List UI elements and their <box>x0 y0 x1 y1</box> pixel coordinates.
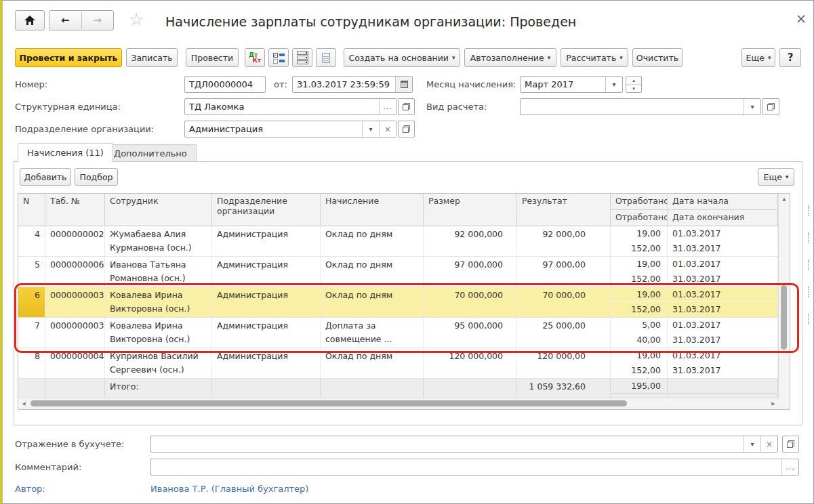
structural-unit-open-button[interactable] <box>398 98 415 115</box>
col-header-worked-days[interactable]: Отработано д... <box>611 194 668 210</box>
col-header-department[interactable]: Подразделение организации <box>212 194 321 226</box>
date-from-label: от: <box>274 76 287 93</box>
vertical-scrollbar[interactable]: ▲ ▼ <box>778 194 790 405</box>
comment-input[interactable] <box>151 459 781 475</box>
author-label: Автор: <box>15 480 45 497</box>
col-header-employee[interactable]: Сотрудник <box>105 194 212 226</box>
structural-unit-field-wrap: ... <box>184 98 396 115</box>
calculate-button[interactable]: Рассчитать ▾ <box>561 48 628 67</box>
post-and-close-button[interactable]: Провести и закрыть <box>15 48 122 67</box>
horizontal-scroll-thumb[interactable] <box>30 400 627 406</box>
accounting-input[interactable] <box>151 436 744 452</box>
close-icon[interactable]: × <box>793 10 809 26</box>
department-label: Подразделение организации: <box>15 121 154 138</box>
tab-accruals[interactable]: Начисления (11) <box>18 143 113 162</box>
table-row[interactable]: 7 0000000003 Ковалева Ирина Викторовна (… <box>18 318 778 348</box>
forward-icon[interactable]: → <box>82 12 114 29</box>
author-value[interactable]: Иванова Т.Р. (Главный бухгалтер) <box>150 480 308 497</box>
table-more-label: Еще <box>764 172 782 182</box>
accounting-clear-button[interactable]: × <box>760 436 777 452</box>
spin-up-icon[interactable]: ▴ <box>626 77 641 85</box>
document-list-button[interactable] <box>292 48 312 67</box>
department-input[interactable] <box>185 121 362 137</box>
favorite-star-icon[interactable]: ☆ <box>129 9 144 29</box>
scroll-up-icon[interactable]: ▲ <box>779 194 790 204</box>
document-structure-button[interactable]: ✓ <box>268 48 289 67</box>
col-header-date-start[interactable]: Дата начала <box>668 194 778 210</box>
document-page-icon <box>322 53 330 63</box>
home-button[interactable] <box>15 10 45 30</box>
table-row[interactable]: 4 0000000002 Жумабаева Алия Курмановна (… <box>18 226 778 257</box>
clear-button[interactable]: Очистить <box>632 48 683 67</box>
calendar-button[interactable] <box>395 77 412 92</box>
calc-type-field-wrap: ▾ <box>520 98 761 115</box>
month-spinner[interactable]: ▴ ▾ <box>626 76 642 93</box>
number-field-wrap <box>184 76 266 93</box>
spin-down-icon[interactable]: ▾ <box>626 85 641 92</box>
calc-type-dropdown-button[interactable]: ▾ <box>744 99 760 114</box>
cell-n: 5 <box>18 257 45 287</box>
help-button[interactable]: ? <box>779 48 801 67</box>
cell-department: Администрация <box>212 287 321 317</box>
accounting-dropdown-button[interactable]: ▾ <box>744 436 760 452</box>
cell-accrual: Доплата за совмещение ... <box>321 318 424 348</box>
more-button[interactable]: Еще ▾ <box>741 48 775 67</box>
cell-employee: Ковалева Ирина Викторовна (осн.) <box>105 287 212 317</box>
cell-tab-no: 0000000002 <box>45 226 105 256</box>
chevron-down-icon: ▾ <box>786 174 789 180</box>
table-row-selected[interactable]: 6 0000000003 Ковалева Ирина Викторовна (… <box>18 287 778 318</box>
department-dropdown-button[interactable]: ▾ <box>362 121 379 137</box>
pick-button[interactable]: Подбор <box>75 168 118 186</box>
cell-worked: 19,00152,00 <box>611 257 668 287</box>
vertical-scroll-thumb[interactable] <box>781 285 787 350</box>
month-label: Месяц начисления: <box>426 76 516 93</box>
scroll-left-icon[interactable]: ◀ <box>18 401 29 406</box>
create-based-on-button[interactable]: Создать на основании ▾ <box>344 48 460 67</box>
save-button[interactable]: Записать <box>126 48 178 67</box>
cell-employee: Иванова Татьяна Романовна (осн.) <box>105 257 212 287</box>
col-header-result[interactable]: Результат <box>517 194 611 226</box>
add-row-button[interactable]: Добавить <box>20 168 71 186</box>
col-header-tab-no[interactable]: Таб. № <box>45 194 105 226</box>
back-icon[interactable]: ← <box>49 12 82 29</box>
document-report-button[interactable] <box>316 48 336 67</box>
comment-expand-button[interactable]: ... <box>781 459 798 475</box>
splitter-dots <box>808 232 809 243</box>
structural-unit-select-button[interactable]: ... <box>379 99 396 114</box>
number-input[interactable] <box>185 77 265 92</box>
horizontal-scrollbar[interactable]: ◀ ▶ <box>18 398 779 409</box>
col-header-n[interactable]: N <box>18 194 45 226</box>
cell-result: 70 000,00 <box>517 287 611 317</box>
date-input[interactable] <box>293 77 395 92</box>
cell-dates: 01.03.201731.03.2017 <box>668 257 778 287</box>
accounting-field-wrap: ▾ × <box>150 436 778 453</box>
department-open-button[interactable] <box>398 121 415 138</box>
col-header-accrual[interactable]: Начисление <box>321 194 424 226</box>
calc-type-open-button[interactable] <box>762 98 779 115</box>
tab-additional[interactable]: Дополнительно <box>104 144 197 162</box>
scroll-right-icon[interactable]: ▶ <box>768 401 779 406</box>
structure-check-icon: ✓ <box>273 53 285 63</box>
splitter-dots <box>808 259 809 270</box>
month-dropdown-button[interactable]: ▾ <box>605 77 622 92</box>
accounting-open-button[interactable] <box>782 436 799 453</box>
structural-unit-input[interactable] <box>185 99 379 114</box>
department-clear-button[interactable]: × <box>379 121 396 137</box>
cell-result: 97 000,00 <box>517 257 611 287</box>
autofill-button[interactable]: Автозаполнение ▾ <box>464 48 556 67</box>
dr-cr-register-button[interactable]: ДтКт <box>245 48 265 67</box>
post-button[interactable]: Провести <box>186 48 239 67</box>
save-label: Записать <box>131 53 172 63</box>
calc-type-input[interactable] <box>521 99 744 114</box>
month-input[interactable] <box>521 77 605 92</box>
cell-result: 92 000,00 <box>517 226 611 256</box>
page-title: Начисление зарплаты сотрудникам организа… <box>165 12 576 32</box>
table-more-button[interactable]: Еще ▾ <box>758 168 794 186</box>
col-header-worked-hours[interactable]: Отработано <box>611 210 668 226</box>
calculate-label: Рассчитать <box>566 53 616 63</box>
table-row[interactable]: 5 0000000006 Иванова Татьяна Романовна (… <box>18 257 778 287</box>
cell-size: 70 000,000 <box>424 287 517 317</box>
table-row[interactable]: 8 0000000004 Куприянов Василий Сергеевич… <box>18 348 778 379</box>
col-header-size[interactable]: Размер <box>424 194 517 226</box>
col-header-date-end[interactable]: Дата окончания <box>668 210 778 226</box>
